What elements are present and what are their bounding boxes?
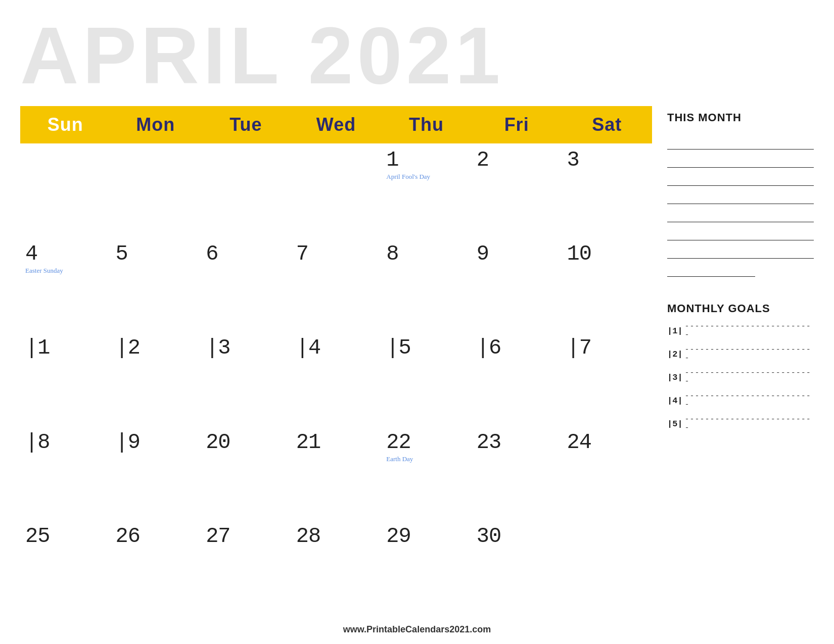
cal-cell: 26 [111, 520, 201, 614]
cal-cell: 10 [562, 237, 652, 331]
day-number: 22 [386, 432, 410, 453]
note-line [667, 168, 814, 186]
cal-cell: |4 [291, 331, 382, 425]
note-line [667, 204, 814, 222]
day-number: 6 [206, 243, 218, 265]
notes-lines [667, 131, 814, 277]
cal-cell: |7 [562, 331, 652, 425]
day-number: 2 [477, 150, 489, 171]
this-month-title: THIS MONTH [667, 111, 814, 124]
cal-cell: 22Earth Day [381, 426, 472, 520]
day-number: 29 [386, 526, 410, 547]
goal-number: |2| [667, 350, 683, 359]
cal-cell: 29 [381, 520, 472, 614]
cal-cell: 9 [472, 237, 562, 331]
day-number: |7 [567, 337, 591, 359]
day-number: 7 [296, 243, 308, 265]
cal-cell: 8 [381, 237, 472, 331]
day-number: 10 [567, 243, 591, 265]
header-sat: Sat [562, 106, 652, 143]
cal-cell: |5 [381, 331, 472, 425]
day-number: 30 [477, 526, 501, 547]
cal-cell: 25 [20, 520, 111, 614]
cal-cell: 2 [472, 143, 562, 237]
day-number: 27 [206, 526, 230, 547]
cal-cell: 20 [201, 426, 291, 520]
cal-cell: |8 [20, 426, 111, 520]
goal-dashes: -------------------------- [685, 415, 814, 432]
footer: www.PrintableCalendars2021.com [0, 624, 834, 635]
cal-cell: 5 [111, 237, 201, 331]
holiday-label: Earth Day [386, 455, 413, 463]
goal-dashes: -------------------------- [685, 322, 814, 339]
goal-dashes: -------------------------- [685, 345, 814, 363]
cal-cell: 6 [201, 237, 291, 331]
note-line [667, 150, 814, 168]
sidebar: THIS MONTH MONTHLY GOALS |1|------------… [667, 106, 814, 614]
footer-text: www.PrintableCalendars2021.com [343, 624, 491, 634]
cal-cell: 30 [472, 520, 562, 614]
goal-item: |3|-------------------------- [667, 369, 814, 386]
cal-cell: 24 [562, 426, 652, 520]
day-number: 21 [296, 432, 320, 453]
goal-item: |1|-------------------------- [667, 322, 814, 339]
day-number: |4 [296, 337, 320, 359]
note-line [667, 131, 814, 150]
cal-cell [111, 143, 201, 237]
cal-cell: 21 [291, 426, 382, 520]
goal-item: |2|-------------------------- [667, 345, 814, 363]
day-number: 9 [477, 243, 489, 265]
monthly-goals-title: MONTHLY GOALS [667, 302, 814, 315]
goal-number: |1| [667, 326, 683, 336]
holiday-label: Easter Sunday [25, 267, 63, 275]
day-number: |2 [116, 337, 140, 359]
cal-cell [291, 143, 382, 237]
day-number: |1 [25, 337, 50, 359]
main-layout: Sun Mon Tue Wed Thu Fri Sat 1April Fool'… [20, 106, 814, 614]
cal-cell: |2 [111, 331, 201, 425]
goal-dashes: -------------------------- [685, 392, 814, 409]
note-line [667, 259, 755, 277]
day-number: 28 [296, 526, 320, 547]
cal-cell: |6 [472, 331, 562, 425]
cal-cell: |9 [111, 426, 201, 520]
cal-cell: 1April Fool's Day [381, 143, 472, 237]
cal-cell: 23 [472, 426, 562, 520]
cal-cell: 28 [291, 520, 382, 614]
cal-cell [201, 143, 291, 237]
day-number: 3 [567, 150, 579, 171]
day-number: 8 [386, 243, 398, 265]
calendar-grid: 1April Fool's Day234Easter Sunday5678910… [20, 143, 652, 614]
day-number: 1 [386, 150, 398, 171]
monthly-goals-section: MONTHLY GOALS |1|-----------------------… [667, 302, 814, 438]
header-tue: Tue [201, 106, 291, 143]
note-line [667, 186, 814, 204]
goal-dashes: -------------------------- [685, 369, 814, 386]
cal-cell: 27 [201, 520, 291, 614]
holiday-label: April Fool's Day [386, 173, 430, 181]
day-number: 26 [116, 526, 140, 547]
day-number: 25 [25, 526, 50, 547]
header-fri: Fri [472, 106, 562, 143]
goal-item: |4|-------------------------- [667, 392, 814, 409]
cal-cell: 4Easter Sunday [20, 237, 111, 331]
calendar-header: Sun Mon Tue Wed Thu Fri Sat [20, 106, 652, 143]
cal-cell: 3 [562, 143, 652, 237]
cal-cell [20, 143, 111, 237]
goal-item: |5|-------------------------- [667, 415, 814, 432]
goal-number: |4| [667, 396, 683, 406]
header-sun: Sun [20, 106, 111, 143]
cal-cell: 7 [291, 237, 382, 331]
cal-cell: |3 [201, 331, 291, 425]
note-line [667, 222, 814, 240]
day-number: 20 [206, 432, 230, 453]
goal-number: |5| [667, 419, 683, 429]
day-number: 5 [116, 243, 128, 265]
header-wed: Wed [291, 106, 382, 143]
day-number: 24 [567, 432, 591, 453]
goal-number: |3| [667, 373, 683, 382]
day-number: |9 [116, 432, 140, 453]
day-number: 4 [25, 243, 37, 265]
calendar-section: Sun Mon Tue Wed Thu Fri Sat 1April Fool'… [20, 106, 652, 614]
page-title: APRIL 2021 [20, 15, 504, 96]
